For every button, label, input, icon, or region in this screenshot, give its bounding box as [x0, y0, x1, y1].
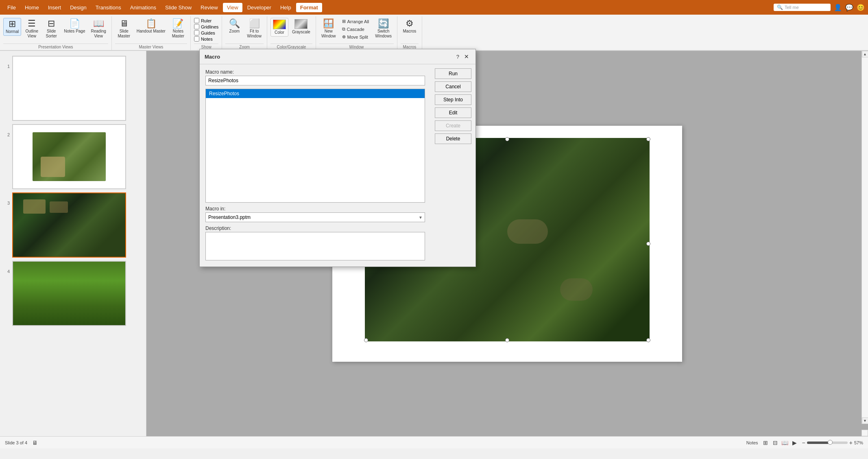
dialog-help-btn[interactable]: ?: [456, 54, 459, 60]
macro-in-group: Macro in: Presentation3.pptm: [205, 206, 425, 222]
macro-list-item-resize[interactable]: ResizePhotos: [206, 89, 425, 98]
macro-dialog: Macro ? ✕ Macro name: ResizePhotos Ma: [199, 49, 476, 267]
btn-edit[interactable]: Edit: [435, 107, 471, 118]
description-group: Description:: [205, 225, 425, 262]
macro-list[interactable]: ResizePhotos: [205, 89, 425, 203]
btn-create[interactable]: Create: [435, 120, 471, 131]
macro-in-label: Macro in:: [205, 206, 425, 212]
dialog-body: Macro name: ResizePhotos Macro in: Prese…: [200, 64, 475, 267]
description-textarea[interactable]: [205, 232, 425, 260]
modal-overlay: Macro ? ✕ Macro name: ResizePhotos Ma: [0, 0, 868, 459]
dialog-right: Run Cancel Step Into Edit Create Delete: [431, 64, 475, 267]
description-label: Description:: [205, 225, 425, 231]
btn-step-into[interactable]: Step Into: [435, 94, 471, 105]
macro-name-field-group: Macro name:: [205, 69, 425, 85]
btn-cancel[interactable]: Cancel: [435, 81, 471, 92]
btn-delete[interactable]: Delete: [435, 133, 471, 144]
dialog-title: Macro: [205, 54, 220, 60]
dialog-titlebar: Macro ? ✕: [200, 49, 475, 64]
dialog-left: Macro name: ResizePhotos Macro in: Prese…: [200, 64, 431, 267]
macro-name-label: Macro name:: [205, 69, 425, 75]
macro-in-select-wrapper: Presentation3.pptm: [205, 212, 425, 222]
macro-in-select[interactable]: Presentation3.pptm: [205, 212, 425, 222]
macro-name-input[interactable]: [205, 76, 425, 85]
btn-run[interactable]: Run: [435, 68, 471, 79]
dialog-close-btn[interactable]: ✕: [462, 52, 471, 61]
dialog-controls: ? ✕: [456, 52, 471, 61]
